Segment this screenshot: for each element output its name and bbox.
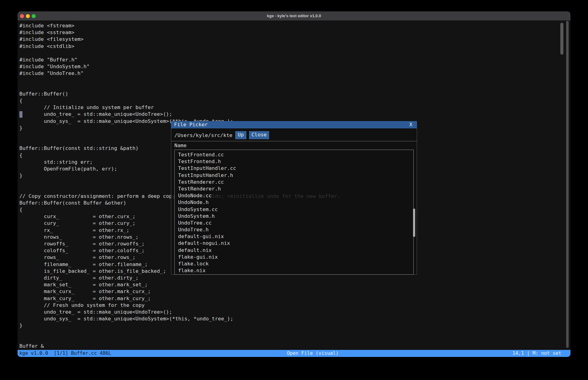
file-list-item[interactable]: default-nogui.nix xyxy=(175,240,413,247)
file-picker-dialog: File Picker X /Users/kyle/src/kte Up Clo… xyxy=(171,121,417,275)
code-line xyxy=(19,50,340,57)
path-row: /Users/kyle/src/kte Up Close xyxy=(174,131,269,139)
code-line: mark_cury_ = other.mark_cury_; xyxy=(19,295,340,302)
file-list-item[interactable]: TestInputHandler.h xyxy=(175,172,413,179)
file-list-item[interactable]: TestFrontend.h xyxy=(175,158,413,165)
window-title: kge - kyle's text editor v1.0.0 xyxy=(267,14,321,18)
code-line: undo_tree_ = std::make_unique<UndoTree>(… xyxy=(19,111,340,118)
code-editor[interactable]: #include <fstream>#include <sstream>#inc… xyxy=(18,21,570,350)
editor-scrollbar-track[interactable] xyxy=(566,21,569,348)
close-window-icon[interactable] xyxy=(20,14,24,18)
dialog-title: File Picker xyxy=(174,122,208,127)
code-line xyxy=(19,77,340,84)
name-column-header: Name xyxy=(174,143,187,148)
up-button[interactable]: Up xyxy=(235,131,246,139)
file-list-item[interactable]: UndoNode.h xyxy=(175,199,413,206)
file-list-item[interactable]: TestFrontend.cc xyxy=(175,151,413,158)
code-line: #include <sstream> xyxy=(19,29,340,36)
code-line: dirty_ = other.dirty_; xyxy=(19,275,340,281)
code-line: mark_curx_ = other.mark_curx_; xyxy=(19,288,340,295)
file-list[interactable]: TestFrontend.ccTestFrontend.hTestInputHa… xyxy=(174,150,414,275)
window-titlebar[interactable]: kge - kyle's text editor v1.0.0 xyxy=(18,11,570,21)
file-list-scrollbar-thumb[interactable] xyxy=(413,209,415,237)
code-line: { xyxy=(19,97,340,104)
code-line: mark_set_ = other.mark_set_; xyxy=(19,281,340,288)
editor-scrollbar-thumb[interactable] xyxy=(560,23,563,55)
dialog-titlebar: File Picker X xyxy=(171,121,417,128)
status-left: kge v1.0.0 [1/1] Buffer.cc 486L xyxy=(19,350,111,357)
status-cursor-info: 14,1 | M: not set xyxy=(512,350,561,357)
app-window: kge - kyle's text editor v1.0.0 #include… xyxy=(18,11,570,357)
code-line xyxy=(19,329,340,336)
zoom-window-icon[interactable] xyxy=(32,14,36,18)
code-line: #include "Buffer.h" xyxy=(19,57,340,63)
code-line: undo_sys_ = std::make_unique<UndoSystem>… xyxy=(19,315,340,322)
code-line: undo_tree_ = std::make_unique<UndoTree>(… xyxy=(19,309,340,315)
status-mode: Open File (visual) xyxy=(287,350,339,357)
file-list-item[interactable]: UndoTree.h xyxy=(175,226,413,233)
file-list-item[interactable]: flake.nix xyxy=(175,267,413,274)
file-list-item[interactable]: default-gui.nix xyxy=(175,233,413,240)
code-line xyxy=(19,336,340,343)
status-bar: kge v1.0.0 [1/1] Buffer.cc 486L Open Fil… xyxy=(18,350,570,357)
file-list-item[interactable]: flake.lock xyxy=(175,261,413,267)
file-list-item[interactable]: TestRenderer.h xyxy=(175,186,413,192)
file-list-item[interactable]: UndoTree.cc xyxy=(175,220,413,226)
file-list-item[interactable]: flake-gui.nix xyxy=(175,254,413,261)
code-line: #include <cstdlib> xyxy=(19,43,340,50)
close-button[interactable]: Close xyxy=(249,131,269,139)
text-cursor xyxy=(19,111,22,118)
code-line: #include "UndoTree.h" xyxy=(19,70,340,77)
code-line: #include "UndoSystem.h" xyxy=(19,63,340,70)
minimize-window-icon[interactable] xyxy=(26,14,30,18)
code-line: } xyxy=(19,322,340,329)
file-list-item[interactable]: UndoSystem.cc xyxy=(175,206,413,213)
file-list-item[interactable]: TestRenderer.cc xyxy=(175,179,413,186)
code-line: Buffer::Buffer() xyxy=(19,91,340,97)
current-path: /Users/kyle/src/kte xyxy=(174,132,232,138)
file-list-item[interactable]: default.nix xyxy=(175,247,413,254)
file-list-item[interactable]: UndoNode.cc xyxy=(175,192,413,199)
code-line: #include <fstream> xyxy=(19,22,340,29)
code-line: Buffer & xyxy=(19,343,340,350)
separator xyxy=(171,141,417,141)
traffic-lights xyxy=(20,11,36,21)
code-line: // Fresh undo system for the copy xyxy=(19,302,340,309)
file-list-item[interactable]: UndoSystem.h xyxy=(175,213,413,220)
file-list-item[interactable]: TestInputHandler.cc xyxy=(175,165,413,172)
dialog-body: /Users/kyle/src/kte Up Close Name TestFr… xyxy=(171,128,417,275)
code-line: #include <filesystem> xyxy=(19,36,340,43)
code-line xyxy=(19,84,340,91)
dialog-close-icon[interactable]: X xyxy=(408,121,414,128)
code-line: // Initialize undo system per buffer xyxy=(19,104,340,111)
